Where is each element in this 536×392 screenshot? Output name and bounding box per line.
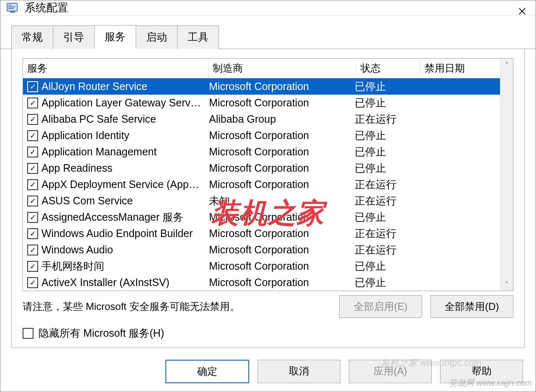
scroll-up-icon[interactable]: ˄ xyxy=(500,59,513,71)
titlebar: 系统配置 xyxy=(0,0,536,15)
hide-ms-row: 隐藏所有 Microsoft 服务(H) xyxy=(12,318,524,340)
row-checkbox[interactable]: ✓ xyxy=(27,228,38,239)
cell-service: ActiveX Installer (AxInstSV) xyxy=(38,276,206,289)
cell-manufacturer: Microsoft Corporation xyxy=(206,80,351,93)
window-title: 系统配置 xyxy=(25,0,68,15)
row-checkbox[interactable]: ✓ xyxy=(27,245,38,255)
ok-button[interactable]: 确定 xyxy=(165,360,249,383)
cell-manufacturer: Alibaba Group xyxy=(206,113,351,125)
cell-service: AppX Deployment Service (AppX... xyxy=(38,178,206,191)
cell-status: 已停止 xyxy=(351,145,413,159)
cancel-button[interactable]: 取消 xyxy=(258,360,340,383)
close-icon xyxy=(518,7,527,16)
cell-manufacturer: Microsoft Corporation xyxy=(206,211,351,223)
apply-button[interactable]: 应用(A) xyxy=(349,360,432,383)
tab-2[interactable]: 服务 xyxy=(94,25,136,49)
col-disabled-date[interactable]: 禁用日期 xyxy=(420,59,500,78)
cell-status: 已停止 xyxy=(351,96,413,110)
service-row[interactable]: ✓Application Layer Gateway ServiceMicros… xyxy=(23,95,500,111)
cell-manufacturer: Microsoft Corporation xyxy=(206,146,351,158)
service-row[interactable]: ✓AppX Deployment Service (AppX...Microso… xyxy=(23,176,500,193)
row-checkbox[interactable]: ✓ xyxy=(27,261,38,272)
col-manufacturer[interactable]: 制造商 xyxy=(209,59,356,78)
tab-1[interactable]: 引导 xyxy=(53,26,95,49)
cell-status: 已停止 xyxy=(351,276,413,289)
tabs: 常规引导服务启动工具 xyxy=(0,25,536,49)
cell-manufacturer: 未知 xyxy=(206,194,351,208)
cell-service: Windows Audio xyxy=(38,244,206,256)
cell-service: Application Management xyxy=(38,146,206,158)
service-row[interactable]: ✓Windows AudioMicrosoft Corporation正在运行 xyxy=(23,242,500,258)
msconfig-window: 系统配置 常规引导服务启动工具 服务 制造商 状态 禁用日期 ✓AllJoyn … xyxy=(0,0,536,392)
note-text: 请注意，某些 Microsoft 安全服务可能无法禁用。 xyxy=(23,300,331,313)
msconfig-icon xyxy=(6,2,19,14)
note-row: 请注意，某些 Microsoft 安全服务可能无法禁用。 全部启用(E) 全部禁… xyxy=(12,295,524,318)
cell-status: 正在运行 xyxy=(351,112,413,126)
list-content: 服务 制造商 状态 禁用日期 ✓AllJoyn Router ServiceMi… xyxy=(23,59,500,291)
service-row[interactable]: ✓App ReadinessMicrosoft Corporation已停止 xyxy=(23,160,500,176)
cell-service: Alibaba PC Safe Service xyxy=(38,113,206,125)
svg-rect-4 xyxy=(10,11,15,13)
cell-manufacturer: Microsoft Corporation xyxy=(206,178,351,191)
service-row[interactable]: ✓ASUS Com Service未知正在运行 xyxy=(23,193,500,209)
row-checkbox[interactable]: ✓ xyxy=(27,196,38,206)
cell-service: Windows Audio Endpoint Builder xyxy=(38,227,206,240)
cell-manufacturer: Microsoft Corporation xyxy=(206,227,351,240)
svg-rect-1 xyxy=(8,5,12,5)
tab-0[interactable]: 常规 xyxy=(11,26,53,49)
row-checkbox[interactable]: ✓ xyxy=(27,81,38,92)
cell-service: AssignedAccessManager 服务 xyxy=(38,210,206,224)
service-row[interactable]: ✓手机网络时间Microsoft Corporation已停止 xyxy=(23,258,500,274)
cell-service: 手机网络时间 xyxy=(38,259,206,273)
hide-ms-label[interactable]: 隐藏所有 Microsoft 服务(H) xyxy=(39,326,164,340)
row-checkbox[interactable]: ✓ xyxy=(27,98,38,108)
cell-service: AllJoyn Router Service xyxy=(38,80,206,93)
cell-status: 已停止 xyxy=(351,80,413,93)
cell-status: 已停止 xyxy=(351,129,413,142)
service-row[interactable]: ✓AllJoyn Router ServiceMicrosoft Corpora… xyxy=(23,78,500,95)
service-row[interactable]: ✓Application ManagementMicrosoft Corpora… xyxy=(23,144,500,160)
col-service[interactable]: 服务 xyxy=(23,59,209,78)
cell-manufacturer: Microsoft Corporation xyxy=(206,244,351,256)
scrollbar[interactable]: ˄ ˅ xyxy=(500,59,513,291)
row-checkbox[interactable]: ✓ xyxy=(27,130,38,141)
enable-all-button[interactable]: 全部启用(E) xyxy=(339,295,422,318)
scroll-down-icon[interactable]: ˅ xyxy=(500,278,513,291)
row-checkbox[interactable]: ✓ xyxy=(27,163,38,174)
svg-rect-3 xyxy=(8,8,14,9)
row-checkbox[interactable]: ✓ xyxy=(27,179,38,190)
service-row[interactable]: ✓AssignedAccessManager 服务Microsoft Corpo… xyxy=(23,209,500,225)
help-button[interactable]: 帮助 xyxy=(440,360,523,383)
row-checkbox[interactable]: ✓ xyxy=(27,147,38,157)
row-checkbox[interactable]: ✓ xyxy=(27,114,38,125)
column-headers: 服务 制造商 状态 禁用日期 xyxy=(23,59,500,78)
cell-status: 正在运行 xyxy=(351,178,413,191)
tab-4[interactable]: 工具 xyxy=(177,26,219,49)
cell-status: 已停止 xyxy=(351,259,413,273)
dialog-footer: 确定 取消 应用(A) 帮助 xyxy=(0,348,536,392)
close-button[interactable] xyxy=(514,3,531,20)
row-checkbox[interactable]: ✓ xyxy=(27,277,38,288)
cell-status: 正在运行 xyxy=(351,227,413,240)
cell-status: 已停止 xyxy=(351,161,413,175)
col-status[interactable]: 状态 xyxy=(356,59,420,78)
services-panel: 服务 制造商 状态 禁用日期 ✓AllJoyn Router ServiceMi… xyxy=(11,49,525,348)
service-row[interactable]: ✓Application IdentityMicrosoft Corporati… xyxy=(23,127,500,144)
disable-all-button[interactable]: 全部禁用(D) xyxy=(430,295,513,318)
cell-service: ASUS Com Service xyxy=(38,195,206,207)
cell-manufacturer: Microsoft Corporation xyxy=(206,276,351,289)
row-checkbox[interactable]: ✓ xyxy=(27,212,38,223)
svg-rect-2 xyxy=(8,6,15,7)
service-row[interactable]: ✓ActiveX Installer (AxInstSV)Microsoft C… xyxy=(23,274,500,291)
rows-container: ✓AllJoyn Router ServiceMicrosoft Corpora… xyxy=(23,78,500,291)
service-row[interactable]: ✓Windows Audio Endpoint BuilderMicrosoft… xyxy=(23,225,500,242)
cell-status: 已停止 xyxy=(351,210,413,224)
cell-status: 正在运行 xyxy=(351,243,413,257)
hide-ms-checkbox[interactable] xyxy=(23,328,34,339)
tab-3[interactable]: 启动 xyxy=(136,26,178,49)
cell-service: App Readiness xyxy=(38,162,206,174)
cell-manufacturer: Microsoft Corporation xyxy=(206,162,351,174)
cell-service: Application Identity xyxy=(38,129,206,142)
services-list: 服务 制造商 状态 禁用日期 ✓AllJoyn Router ServiceMi… xyxy=(23,58,513,291)
service-row[interactable]: ✓Alibaba PC Safe ServiceAlibaba Group正在运… xyxy=(23,111,500,127)
